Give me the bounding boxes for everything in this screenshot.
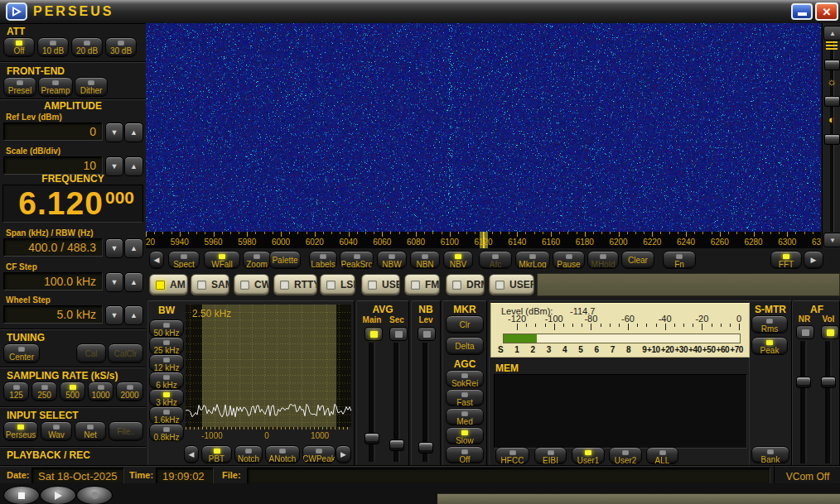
stop-button[interactable] (3, 486, 40, 504)
scale-right-arrow-button[interactable]: ▶ (804, 251, 823, 269)
slider-handle[interactable] (389, 439, 404, 451)
bw-50-khz-button[interactable]: 50 kHz (149, 319, 184, 337)
wheel-step-field[interactable]: 5.0 kHz (3, 305, 103, 324)
mode-usb-button[interactable]: USB (361, 274, 400, 295)
frontend-presel-button[interactable]: Presel (3, 77, 36, 97)
title-bar[interactable]: PERSEUS ✕ (0, 0, 840, 24)
toolbar-fft-button[interactable]: FFT (770, 251, 802, 269)
mode-rtty-button[interactable]: RTTY (273, 274, 317, 295)
bank-button[interactable]: Bank (751, 446, 789, 463)
sampling-500-button[interactable]: 500 (60, 382, 85, 401)
tuning-center-button[interactable]: Center (3, 343, 40, 363)
af-nr-enable-button[interactable] (796, 325, 814, 339)
att-30-db-button[interactable]: 30 dB (105, 37, 137, 57)
minimize-button[interactable] (791, 3, 813, 20)
frontend-preamp-button[interactable]: Preamp (38, 77, 73, 97)
filter-passband-display[interactable] (186, 305, 351, 427)
toolbar-nbv-button[interactable]: NBV (443, 251, 473, 269)
agc-med-button[interactable]: Med (446, 408, 484, 425)
frequency-scale[interactable]: 5920594059605980600060206040606060806100… (146, 232, 821, 248)
att-off-button[interactable]: Off (3, 37, 35, 57)
frontend-dither-button[interactable]: Dither (75, 77, 108, 97)
bw-6-khz-button[interactable]: 6 kHz (149, 372, 184, 389)
scale-field[interactable]: 10 (3, 156, 103, 175)
mode-fm-button[interactable]: FM (404, 274, 440, 295)
speed-slider-handle[interactable] (824, 60, 840, 70)
toolbar-nbw-button[interactable]: NBW (377, 251, 407, 269)
mode-drm-button[interactable]: DRM (446, 274, 485, 295)
span-rbw-field[interactable]: 400.0 / 488.3 (3, 238, 103, 257)
frequency-display[interactable]: 6.120 000 (2, 185, 143, 223)
mode-lsb-button[interactable]: LSB (320, 274, 355, 295)
wheel-step-up-button[interactable]: ▲ (124, 305, 143, 325)
smtr-peak-button[interactable]: Peak (751, 337, 788, 355)
toolbar-fn-button[interactable]: Fn (663, 251, 696, 269)
agc-off-button[interactable]: Off (446, 446, 484, 463)
att-20-db-button[interactable]: 20 dB (71, 37, 103, 57)
cf-step-field[interactable]: 100.0 kHz (3, 272, 103, 290)
recording-progress-bar[interactable] (437, 493, 840, 504)
waterfall-display[interactable] (146, 23, 821, 232)
mem-user2-button[interactable]: User2 (609, 447, 642, 464)
memory-list[interactable] (494, 374, 747, 449)
toolbar-palette-button[interactable]: Palette (269, 251, 301, 269)
wheel-step-down-button[interactable]: ▼ (105, 305, 123, 325)
mem-user1-button[interactable]: User1 (572, 447, 605, 464)
brightness-slider-handle[interactable] (824, 96, 840, 107)
nb-lev-slider[interactable] (418, 343, 433, 462)
toolbar-clear-button[interactable]: Clear (621, 251, 654, 269)
input-net-button[interactable]: Net (75, 421, 106, 441)
nb-lev-enable-button[interactable] (418, 327, 436, 341)
mode-sam-button[interactable]: SAM (191, 274, 229, 295)
mem-eibi-button[interactable]: EIBI (534, 447, 567, 464)
toolbar-nbn-button[interactable]: NBN (410, 251, 440, 269)
toolbar-peaksrc-button[interactable]: PeakSrc (340, 251, 374, 269)
agc-slow-button[interactable]: Slow (446, 427, 484, 444)
toolbar-wfall-button[interactable]: WFall (204, 251, 240, 269)
ref-lev-up-button[interactable]: ▲ (124, 122, 143, 142)
slider-handle[interactable] (796, 377, 811, 388)
slider-handle[interactable] (418, 442, 433, 454)
pbt-right-arrow-button[interactable]: ▶ (336, 445, 351, 463)
slider-handle[interactable] (364, 433, 379, 444)
close-button[interactable]: ✕ (815, 2, 838, 21)
contrast-slider-handle[interactable] (824, 134, 840, 145)
smtr-rms-button[interactable]: Rms (751, 315, 788, 334)
agc-spkrej-button[interactable]: SpkRej (446, 370, 484, 387)
bw-25-khz-button[interactable]: 25 kHz (149, 337, 184, 354)
cf-step-down-button[interactable]: ▼ (105, 272, 123, 292)
bw-1-6khz-button[interactable]: 1.6kHz (149, 406, 184, 424)
mode-cw-button[interactable]: CW (234, 274, 269, 295)
ref-lev-down-button[interactable]: ▼ (105, 122, 123, 142)
sampling-1000-button[interactable]: 1000 (88, 382, 113, 401)
input-wav-button[interactable]: Wav (41, 421, 72, 441)
mem-all-button[interactable]: ALL (646, 447, 678, 464)
mode-am-button[interactable]: AM (149, 274, 188, 295)
scroll-down-button[interactable]: ▼ (823, 233, 840, 247)
sampling-250-button[interactable]: 250 (31, 382, 57, 401)
mkr-delta-button[interactable]: Delta (446, 337, 484, 355)
sampling-2000-button[interactable]: 2000 (116, 382, 143, 401)
input-perseus-button[interactable]: Perseus (3, 421, 38, 441)
af-nr-slider[interactable] (796, 341, 811, 463)
toolbar-mhold-button[interactable]: MHold (587, 251, 619, 269)
input-file-button[interactable]: File.. (109, 421, 143, 441)
pbt-cwpeak-button[interactable]: CWPeak (302, 445, 336, 463)
toolbar-pause-button[interactable]: Pause (553, 251, 585, 269)
span-down-button[interactable]: ▼ (105, 238, 123, 258)
tuning-calclr-button[interactable]: CalClr (108, 343, 143, 363)
af-vol-enable-button[interactable] (821, 325, 839, 339)
bw-0-8khz-button[interactable]: 0.8kHz (149, 424, 184, 441)
pbt-pbt-button[interactable]: PBT (201, 445, 232, 463)
span-up-button[interactable]: ▲ (124, 238, 143, 258)
toolbar-zoom-button[interactable]: Zoom (243, 251, 271, 269)
toolbar-labels-button[interactable]: Labels (309, 251, 337, 269)
mode-user-button[interactable]: USER (489, 274, 534, 295)
toolbar-spect-button[interactable]: Spect (168, 251, 200, 269)
record-button[interactable] (76, 486, 113, 504)
toolbar-mkrlog-button[interactable]: MkrLog (515, 251, 550, 269)
af-vol-slider[interactable] (821, 341, 836, 463)
slider-handle[interactable] (821, 377, 836, 388)
avg-main-enable-button[interactable] (364, 327, 383, 341)
pbt-notch-button[interactable]: Notch (234, 445, 263, 463)
